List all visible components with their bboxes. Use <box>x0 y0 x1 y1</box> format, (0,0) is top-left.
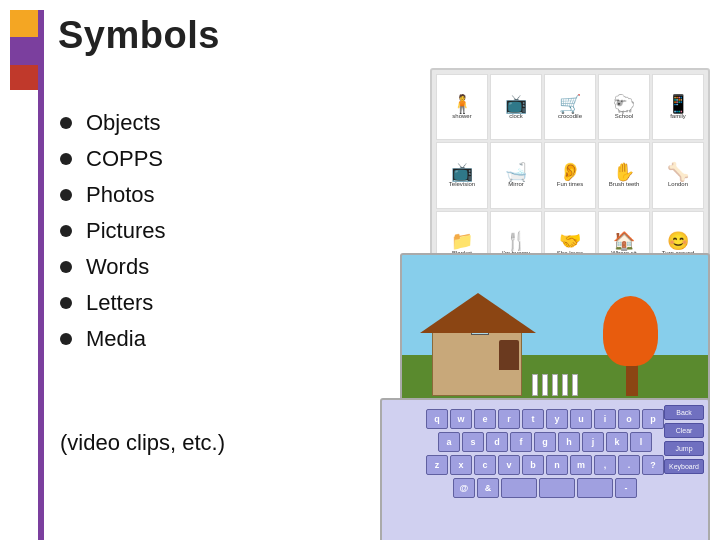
key-h[interactable]: h <box>558 432 580 452</box>
sym-cell: 📱family <box>652 74 704 140</box>
right-images-area: 🧍shower 📺clock 🛒crocodile 🐑School 📱famil… <box>320 68 710 538</box>
list-item: Media <box>60 326 165 352</box>
back-button[interactable]: Back <box>664 405 704 420</box>
bullet-dot <box>60 189 72 201</box>
list-item: Photos <box>60 182 165 208</box>
key-p[interactable]: p <box>642 409 664 429</box>
keyboard-row-4: @ & - <box>386 478 704 498</box>
key-comma[interactable]: , <box>594 455 616 475</box>
bullet-dot <box>60 261 72 273</box>
orange-square <box>10 10 38 37</box>
key-d[interactable]: d <box>486 432 508 452</box>
key-dash[interactable]: - <box>615 478 637 498</box>
keyboard-row-3: z x c v b n m , . ? <box>386 455 704 475</box>
key-f[interactable]: f <box>510 432 532 452</box>
key-c[interactable]: c <box>474 455 496 475</box>
key-l[interactable]: l <box>630 432 652 452</box>
list-item: Words <box>60 254 165 280</box>
list-item: Objects <box>60 110 165 136</box>
list-item-label: Media <box>86 326 146 352</box>
jump-button[interactable]: Jump <box>664 441 704 456</box>
sym-cell: 🦴London <box>652 142 704 208</box>
key-question[interactable]: ? <box>642 455 664 475</box>
clear-button[interactable]: Clear <box>664 423 704 438</box>
keyboard-button[interactable]: Keyboard <box>664 459 704 474</box>
video-clips-label: (video clips, etc.) <box>60 430 225 456</box>
list-item-label: Letters <box>86 290 153 316</box>
bullet-dot <box>60 297 72 309</box>
red-square <box>10 65 38 90</box>
key-q[interactable]: q <box>426 409 448 429</box>
bullet-dot <box>60 153 72 165</box>
key-space3[interactable] <box>577 478 613 498</box>
key-r[interactable]: r <box>498 409 520 429</box>
key-a[interactable]: a <box>438 432 460 452</box>
key-amp[interactable]: & <box>477 478 499 498</box>
fence <box>532 374 578 396</box>
key-e[interactable]: e <box>474 409 496 429</box>
sym-cell: 📺Television <box>436 142 488 208</box>
tree-trunk <box>626 361 638 396</box>
decorative-squares <box>10 10 38 90</box>
sym-cell: 🛁Mirror <box>490 142 542 208</box>
key-y[interactable]: y <box>546 409 568 429</box>
house-door <box>499 340 519 370</box>
key-i[interactable]: i <box>594 409 616 429</box>
sym-cell: ✋Brush teeth <box>598 142 650 208</box>
keyboard-row-1: q w e r t y u i o p <box>386 409 704 429</box>
sym-cell: 🐑School <box>598 74 650 140</box>
list-item-label: Objects <box>86 110 161 136</box>
list-item-label: Photos <box>86 182 155 208</box>
list-item: COPPS <box>60 146 165 172</box>
symbol-grid-screenshot: 🧍shower 📺clock 🛒crocodile 🐑School 📱famil… <box>430 68 710 283</box>
key-space[interactable] <box>501 478 537 498</box>
list-item-label: Words <box>86 254 149 280</box>
key-g[interactable]: g <box>534 432 556 452</box>
key-z[interactable]: z <box>426 455 448 475</box>
sym-cell: 📺clock <box>490 74 542 140</box>
key-t[interactable]: t <box>522 409 544 429</box>
keyboard-side-panel: Back Clear Jump Keyboard <box>664 405 704 474</box>
bullet-dot <box>60 333 72 345</box>
key-m[interactable]: m <box>570 455 592 475</box>
sym-cell: 👂Fun times <box>544 142 596 208</box>
key-x[interactable]: x <box>450 455 472 475</box>
key-space2[interactable] <box>539 478 575 498</box>
fence-post <box>542 374 548 396</box>
key-at[interactable]: @ <box>453 478 475 498</box>
bullet-dot <box>60 225 72 237</box>
purple-square <box>10 37 38 64</box>
list-item: Pictures <box>60 218 165 244</box>
key-u[interactable]: u <box>570 409 592 429</box>
sym-cell: 🛒crocodile <box>544 74 596 140</box>
list-item-label: COPPS <box>86 146 163 172</box>
key-o[interactable]: o <box>618 409 640 429</box>
list-item: Letters <box>60 290 165 316</box>
fence-post <box>552 374 558 396</box>
key-k[interactable]: k <box>606 432 628 452</box>
fence-post <box>562 374 568 396</box>
house-roof <box>420 293 536 333</box>
keyboard-row-2: a s d f g h j k l <box>386 432 704 452</box>
key-period[interactable]: . <box>618 455 640 475</box>
page-title: Symbols <box>58 14 220 57</box>
key-s[interactable]: s <box>462 432 484 452</box>
key-w[interactable]: w <box>450 409 472 429</box>
key-b[interactable]: b <box>522 455 544 475</box>
key-n[interactable]: n <box>546 455 568 475</box>
list-item-label: Pictures <box>86 218 165 244</box>
tree-top <box>603 296 658 366</box>
sym-cell: 🧍shower <box>436 74 488 140</box>
key-j[interactable]: j <box>582 432 604 452</box>
bullet-list: Objects COPPS Photos Pictures Words Lett… <box>60 110 165 362</box>
fence-post <box>572 374 578 396</box>
house-body <box>432 331 522 396</box>
keyboard-screenshot: q w e r t y u i o p a s d f g h j k l <box>380 398 710 540</box>
purple-accent-bar <box>38 10 44 540</box>
key-v[interactable]: v <box>498 455 520 475</box>
keyboard-rows: q w e r t y u i o p a s d f g h j k l <box>386 409 704 498</box>
bullet-dot <box>60 117 72 129</box>
fence-post <box>532 374 538 396</box>
